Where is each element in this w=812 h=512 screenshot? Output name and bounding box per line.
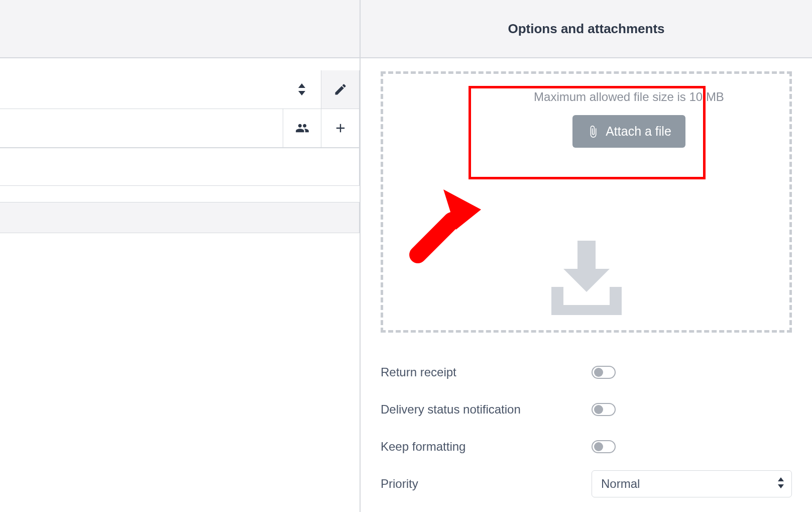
to-input[interactable] [0, 109, 283, 147]
to-field-row [0, 109, 360, 148]
return-receipt-toggle[interactable] [592, 366, 616, 379]
compose-left-panel [0, 0, 361, 512]
chevron-sort-icon [777, 477, 785, 490]
attachment-dropzone[interactable]: Maximum allowed file size is 10 MB Attac… [381, 71, 792, 333]
keep-formatting-toggle[interactable] [592, 440, 616, 453]
people-icon [295, 121, 309, 135]
delivery-status-toggle[interactable] [592, 403, 616, 416]
panel-title: Options and attachments [508, 21, 664, 37]
editor-toolbar[interactable] [0, 202, 360, 233]
pencil-icon [333, 82, 347, 96]
from-field-row [0, 70, 360, 109]
add-contact-button[interactable] [283, 109, 321, 147]
attach-file-button[interactable]: Attach a file [572, 115, 685, 148]
priority-row: Priority Normal [381, 465, 792, 502]
svg-rect-0 [406, 209, 464, 267]
delivery-status-label: Delivery status notification [381, 402, 592, 417]
delivery-status-row: Delivery status notification [381, 391, 792, 428]
paperclip-icon [587, 125, 600, 138]
left-header-bar [0, 0, 360, 58]
subject-input[interactable] [0, 148, 360, 186]
options-list: Return receipt Delivery status notificat… [381, 354, 792, 502]
annotation-arrow [396, 179, 481, 275]
from-sort-toggle[interactable] [283, 70, 321, 109]
drop-here-icon [541, 237, 632, 319]
edit-identities-button[interactable] [321, 70, 359, 109]
priority-label: Priority [381, 477, 592, 491]
attach-file-label: Attach a file [606, 124, 671, 139]
from-input[interactable] [0, 70, 283, 109]
right-header-bar: Options and attachments [361, 0, 812, 58]
svg-marker-1 [443, 189, 481, 230]
priority-select[interactable]: Normal [592, 470, 792, 497]
plus-icon [333, 121, 347, 135]
max-filesize-text: Maximum allowed file size is 10 MB [534, 90, 724, 104]
options-attachments-panel: Options and attachments Maximum allowed … [361, 0, 812, 512]
add-recipient-button[interactable] [321, 109, 359, 147]
return-receipt-label: Return receipt [381, 365, 592, 379]
keep-formatting-row: Keep formatting [381, 428, 792, 465]
keep-formatting-label: Keep formatting [381, 440, 592, 454]
priority-value: Normal [601, 477, 640, 491]
return-receipt-row: Return receipt [381, 354, 792, 391]
